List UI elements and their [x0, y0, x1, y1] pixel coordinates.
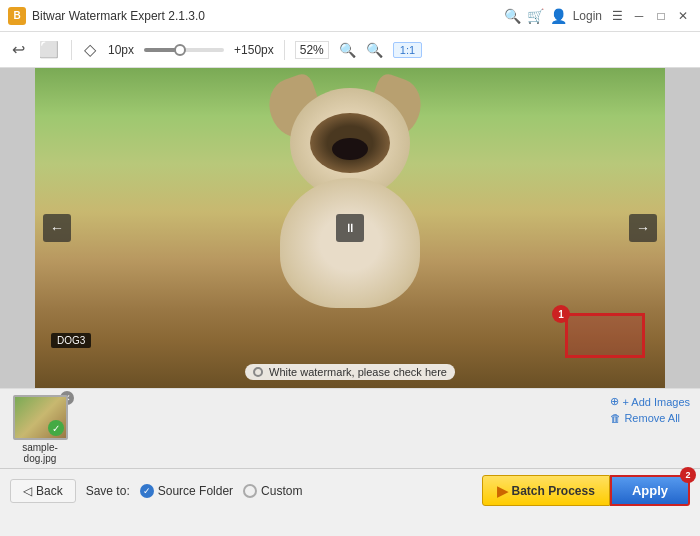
remove-all-icon: 🗑: [610, 412, 621, 424]
app-title: Bitwar Watermark Expert 2.1.3.0: [32, 9, 498, 23]
ratio-btn[interactable]: 1:1: [393, 42, 422, 58]
search-icon[interactable]: 🔍: [504, 8, 521, 24]
badge-1: 1: [552, 305, 570, 323]
user-icon[interactable]: 👤: [550, 8, 567, 24]
thumbnail-actions: ⊕ + Add Images 🗑 Remove All: [610, 395, 690, 424]
watermark-radio: [253, 367, 263, 377]
slider-thumb[interactable]: [174, 44, 186, 56]
add-images-icon: ⊕: [610, 395, 619, 408]
add-images-label: + Add Images: [622, 396, 690, 408]
separator-2: [284, 40, 285, 60]
back-tool-btn[interactable]: ↩: [10, 38, 27, 61]
batch-process-btn[interactable]: ▶ Batch Process: [482, 475, 610, 506]
custom-label: Custom: [261, 484, 302, 498]
size-max-label: +150px: [234, 43, 274, 57]
watermark-rect: [565, 313, 645, 358]
add-images-btn[interactable]: ⊕ + Add Images: [610, 395, 690, 408]
minimize-btn[interactable]: ─: [630, 7, 648, 25]
zoom-in-btn[interactable]: 🔍: [339, 42, 356, 58]
watermark-notice: White watermark, please check here: [245, 364, 455, 380]
remove-all-label: Remove All: [624, 412, 680, 424]
apply-wrapper: ▶ Batch Process Apply 2: [482, 475, 691, 506]
menu-btn[interactable]: ☰: [608, 7, 626, 25]
prev-image-btn[interactable]: ←: [43, 214, 71, 242]
custom-radio[interactable]: [243, 484, 257, 498]
crop-btn[interactable]: ⬜: [37, 38, 61, 61]
toolbar: ↩ ⬜ ◇ 10px +150px 52% 🔍 🔍 1:1: [0, 32, 700, 68]
apply-label: Apply: [632, 483, 668, 498]
source-folder-label: Source Folder: [158, 484, 233, 498]
size-min-label: 10px: [108, 43, 134, 57]
custom-option[interactable]: Custom: [243, 484, 302, 498]
window-controls: ☰ ─ □ ✕: [608, 7, 692, 25]
dog-nose: [332, 138, 368, 160]
source-folder-checkbox[interactable]: ✓: [140, 484, 154, 498]
image-canvas: DOG3 1 ← → ⏸ White watermark, please che…: [35, 68, 665, 388]
batch-icon: ▶: [497, 483, 508, 499]
app-logo: B: [8, 7, 26, 25]
apply-btn[interactable]: Apply: [610, 475, 690, 506]
size-slider[interactable]: [144, 48, 224, 52]
back-icon: ◁: [23, 484, 32, 498]
dog-torso: [280, 178, 420, 308]
slider-track[interactable]: [144, 48, 224, 52]
back-button[interactable]: ◁ Back: [10, 479, 76, 503]
cart-icon[interactable]: 🛒: [527, 8, 544, 24]
action-bar: ◁ Back Save to: ✓ Source Folder Custom ▶…: [0, 468, 700, 512]
next-image-btn[interactable]: →: [629, 214, 657, 242]
titlebar: B Bitwar Watermark Expert 2.1.3.0 🔍 🛒 👤 …: [0, 0, 700, 32]
maximize-btn[interactable]: □: [652, 7, 670, 25]
shape-btn[interactable]: ◇: [82, 38, 98, 61]
thumbnail-image[interactable]: ✓: [13, 395, 68, 440]
remove-all-btn[interactable]: 🗑 Remove All: [610, 412, 690, 424]
batch-process-label: Batch Process: [512, 484, 595, 498]
thumbnail-check-icon: ✓: [48, 420, 64, 436]
separator-1: [71, 40, 72, 60]
pause-btn[interactable]: ⏸: [336, 214, 364, 242]
image-area: DOG3 1 ← → ⏸ White watermark, please che…: [0, 68, 700, 388]
badge-2: 2: [680, 467, 696, 483]
login-link[interactable]: Login: [573, 9, 602, 23]
thumbnail-panel: ✕ ✓ sample-dog.jpg ⊕ + Add Images 🗑 Remo…: [0, 388, 700, 468]
thumbnail-filename: sample-dog.jpg: [10, 442, 70, 464]
back-label: Back: [36, 484, 63, 498]
watermark-text: White watermark, please check here: [269, 366, 447, 378]
source-folder-option[interactable]: ✓ Source Folder: [140, 484, 233, 498]
close-btn[interactable]: ✕: [674, 7, 692, 25]
save-to-label: Save to:: [86, 484, 130, 498]
dog-label: DOG3: [51, 333, 91, 348]
zoom-out-btn[interactable]: 🔍: [366, 42, 383, 58]
zoom-level: 52%: [295, 41, 329, 59]
thumbnail-item: ✕ ✓ sample-dog.jpg: [10, 395, 70, 464]
